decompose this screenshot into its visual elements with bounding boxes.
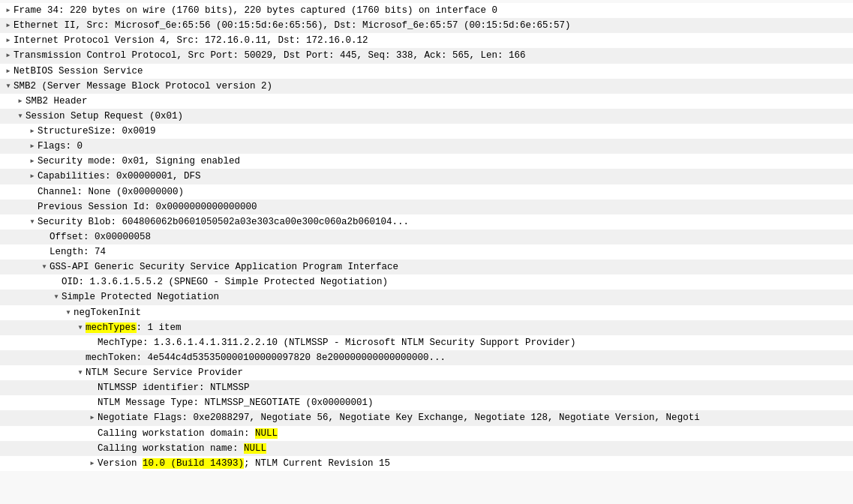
tree-line-text: NTLM Message Type: NTLMSSP_NEGOTIATE (0x… <box>98 396 853 410</box>
indent-spacer <box>0 170 27 183</box>
tree-line-text: Security mode: 0x01, Signing enabled <box>38 154 853 168</box>
tree-line-text: Internet Protocol Version 4, Src: 172.16… <box>14 34 853 47</box>
tree-line-netbios[interactable]: NetBIOS Session Service <box>0 64 853 79</box>
tree-line-offset[interactable]: Offset: 0x00000058 <box>0 230 853 244</box>
tree-toggle[interactable] <box>3 4 14 17</box>
tree-line-ntlmssp-id[interactable]: NTLMSSP identifier: NTLMSSP <box>0 380 853 395</box>
tree-line-session-setup[interactable]: Session Setup Request (0x01) <box>0 109 853 124</box>
indent-spacer <box>0 245 39 259</box>
tree-line-text: mechTypes: 1 item <box>86 321 853 334</box>
tree-line-spnego[interactable]: Simple Protected Negotiation <box>0 290 853 304</box>
tree-toggle[interactable] <box>3 19 14 32</box>
tree-line-negotiate-flags[interactable]: Negotiate Flags: 0xe2088297, Negotiate 5… <box>0 410 853 425</box>
tree-line-oid[interactable]: OID: 1.3.6.1.5.5.2 (SPNEGO - Simple Prot… <box>0 274 853 290</box>
indent-spacer <box>0 260 39 274</box>
tree-line-smb2[interactable]: SMB2 (Server Message Block Protocol vers… <box>0 79 853 94</box>
tree-toggle[interactable] <box>27 215 38 229</box>
indent-spacer <box>0 140 27 153</box>
tree-line-text: MechType: 1.3.6.1.4.1.311.2.2.10 (NTLMSS… <box>98 336 853 350</box>
tree-toggle[interactable] <box>3 34 14 47</box>
tree-line-text: Flags: 0 <box>38 140 853 153</box>
tree-line-structure-size[interactable]: StructureSize: 0x0019 <box>0 124 853 139</box>
indent-spacer <box>0 275 51 289</box>
tree-line-frame[interactable]: Frame 34: 220 bytes on wire (1760 bits),… <box>0 3 853 18</box>
tree-line-text: Capabilities: 0x00000001, DFS <box>38 170 853 183</box>
tree-toggle[interactable] <box>3 64 14 78</box>
highlighted-value: mechTypes <box>86 322 137 333</box>
tree-line-text: Session Setup Request (0x01) <box>26 110 853 123</box>
indent-spacer <box>0 290 51 304</box>
tree-line-gss-api[interactable]: GSS-API Generic Security Service Applica… <box>0 260 853 274</box>
indent-spacer <box>0 185 27 199</box>
tree-line-security-mode[interactable]: Security mode: 0x01, Signing enabled <box>0 154 853 169</box>
tree-line-text: Security Blob: 604806062b0601050502a03e3… <box>38 215 853 229</box>
tree-toggle[interactable] <box>3 80 14 93</box>
tree-line-tcp[interactable]: Transmission Control Protocol, Src Port:… <box>0 48 853 63</box>
tree-toggle[interactable] <box>39 260 50 274</box>
highlighted-value: NULL <box>244 443 266 454</box>
indent-spacer <box>0 124 27 138</box>
tree-toggle[interactable] <box>27 170 38 183</box>
tree-line-ethernet[interactable]: Ethernet II, Src: Microsof_6e:65:56 (00:… <box>0 18 853 33</box>
tree-line-text: Ethernet II, Src: Microsof_6e:65:56 (00:… <box>14 19 853 32</box>
tree-line-capabilities[interactable]: Capabilities: 0x00000001, DFS <box>0 169 853 184</box>
tree-line-text: Previous Session Id: 0x0000000000000000 <box>38 200 853 214</box>
tree-toggle[interactable] <box>87 457 98 470</box>
tree-line-mech-type[interactable]: MechType: 1.3.6.1.4.1.311.2.2.10 (NTLMSS… <box>0 335 853 350</box>
tree-line-mech-token[interactable]: mechToken: 4e544c4d535350000100000097820… <box>0 350 853 365</box>
tree-toggle[interactable] <box>27 154 38 168</box>
tree-line-calling-name[interactable]: Calling workstation name: NULL <box>0 441 853 456</box>
tree-line-text: Channel: None (0x00000000) <box>38 185 853 199</box>
tree-line-channel[interactable]: Channel: None (0x00000000) <box>0 184 853 200</box>
tree-line-text: Frame 34: 220 bytes on wire (1760 bits),… <box>14 4 853 17</box>
indent-spacer <box>0 200 27 214</box>
indent-spacer <box>0 381 87 394</box>
indent-spacer <box>0 366 75 380</box>
tree-line-text: NTLMSSP identifier: NTLMSSP <box>98 381 853 394</box>
tree-line-text: OID: 1.3.6.1.5.5.2 (SPNEGO - Simple Prot… <box>62 275 853 289</box>
tree-toggle[interactable] <box>87 411 98 424</box>
tree-line-ip[interactable]: Internet Protocol Version 4, Src: 172.16… <box>0 33 853 48</box>
tree-toggle[interactable] <box>51 290 62 304</box>
tree-line-neg-token-init[interactable]: negTokenInit <box>0 305 853 320</box>
tree-line-ntlm-ssp[interactable]: NTLM Secure Service Provider <box>0 365 853 380</box>
tree-line-text: Calling workstation name: NULL <box>98 442 853 455</box>
tree-line-version[interactable]: Version 10.0 (Build 14393); NTLM Current… <box>0 456 853 471</box>
tree-line-prev-session[interactable]: Previous Session Id: 0x0000000000000000 <box>0 200 853 214</box>
tree-line-text: Length: 74 <box>50 245 853 259</box>
tree-line-ntlm-msg-type[interactable]: NTLM Message Type: NTLMSSP_NEGOTIATE (0x… <box>0 395 853 410</box>
tree-toggle[interactable] <box>27 140 38 153</box>
tree-line-text: Simple Protected Negotiation <box>62 290 853 304</box>
tree-line-text: negTokenInit <box>74 306 853 320</box>
indent-spacer <box>0 336 87 350</box>
tree-toggle[interactable] <box>15 110 26 123</box>
tree-line-flags[interactable]: Flags: 0 <box>0 139 853 154</box>
tree-line-text: NTLM Secure Service Provider <box>86 366 853 380</box>
indent-spacer <box>0 94 15 108</box>
tree-toggle[interactable] <box>15 94 26 108</box>
indent-spacer <box>0 442 87 455</box>
tree-line-smb2-header[interactable]: SMB2 Header <box>0 94 853 109</box>
tree-line-text: GSS-API Generic Security Service Applica… <box>50 260 853 274</box>
tree-line-text: StructureSize: 0x0019 <box>38 124 853 138</box>
indent-spacer <box>0 396 87 410</box>
indent-spacer <box>0 154 27 168</box>
tree-toggle[interactable] <box>75 321 86 334</box>
tree-line-mech-types[interactable]: mechTypes: 1 item <box>0 320 853 335</box>
tree-toggle[interactable] <box>3 49 14 62</box>
tree-line-calling-domain[interactable]: Calling workstation domain: NULL <box>0 426 853 441</box>
indent-spacer <box>0 411 87 424</box>
tree-line-text: Offset: 0x00000058 <box>50 230 853 244</box>
tree-line-text: SMB2 (Server Message Block Protocol vers… <box>14 80 853 93</box>
tree-line-text: Calling workstation domain: NULL <box>98 427 853 440</box>
tree-toggle[interactable] <box>63 306 74 320</box>
tree-toggle[interactable] <box>75 366 86 380</box>
tree-line-text: Negotiate Flags: 0xe2088297, Negotiate 5… <box>98 411 853 424</box>
tree-toggle[interactable] <box>27 124 38 138</box>
packet-tree: Frame 34: 220 bytes on wire (1760 bits),… <box>0 0 853 504</box>
tree-line-length[interactable]: Length: 74 <box>0 244 853 260</box>
tree-line-security-blob[interactable]: Security Blob: 604806062b0601050502a03e3… <box>0 214 853 230</box>
indent-spacer <box>0 427 87 440</box>
indent-spacer <box>0 215 27 229</box>
indent-spacer <box>0 457 87 470</box>
